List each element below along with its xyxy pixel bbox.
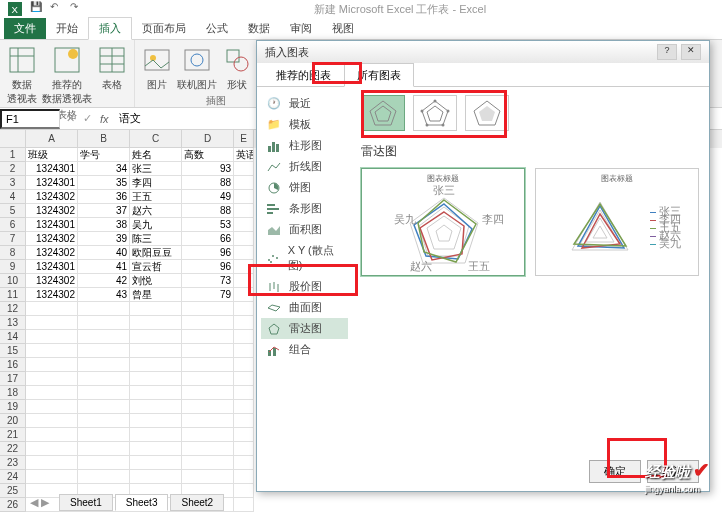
cell[interactable]: 1324302: [26, 288, 78, 302]
cell[interactable]: 39: [78, 232, 130, 246]
cell[interactable]: [182, 372, 234, 386]
cell[interactable]: [26, 456, 78, 470]
cell[interactable]: 学号: [78, 148, 130, 162]
cell[interactable]: 40: [78, 246, 130, 260]
cancel-icon[interactable]: ✕: [66, 112, 75, 125]
cell[interactable]: [234, 218, 254, 232]
cell[interactable]: [234, 288, 254, 302]
tab-review[interactable]: 审阅: [280, 18, 322, 39]
cell[interactable]: [130, 316, 182, 330]
cell[interactable]: 1324302: [26, 274, 78, 288]
cell[interactable]: [234, 176, 254, 190]
chart-type-combo[interactable]: 组合: [261, 339, 348, 360]
row-header[interactable]: 10: [0, 274, 26, 288]
cell[interactable]: [26, 316, 78, 330]
cell[interactable]: 李四: [130, 176, 182, 190]
subtype-radar-3[interactable]: [465, 95, 509, 131]
cell[interactable]: [78, 456, 130, 470]
cell[interactable]: [182, 442, 234, 456]
row-header[interactable]: 3: [0, 176, 26, 190]
cell[interactable]: 英语: [234, 148, 254, 162]
cell[interactable]: [130, 372, 182, 386]
row-header[interactable]: 8: [0, 246, 26, 260]
row-header[interactable]: 18: [0, 386, 26, 400]
dialog-tab-all[interactable]: 所有图表: [344, 63, 414, 87]
formula-input[interactable]: [117, 111, 217, 127]
cell[interactable]: 1324302: [26, 190, 78, 204]
row-header[interactable]: 19: [0, 400, 26, 414]
cell[interactable]: [234, 316, 254, 330]
cell[interactable]: [182, 414, 234, 428]
cell[interactable]: [26, 414, 78, 428]
row-header[interactable]: 26: [0, 498, 26, 512]
sheet-tab-3[interactable]: Sheet2: [170, 494, 224, 511]
cell[interactable]: 1324301: [26, 218, 78, 232]
cell[interactable]: [26, 428, 78, 442]
cell[interactable]: [234, 260, 254, 274]
cell[interactable]: [26, 386, 78, 400]
cell[interactable]: [78, 442, 130, 456]
cell[interactable]: 1324301: [26, 176, 78, 190]
undo-icon[interactable]: ↶: [50, 1, 66, 17]
tab-data[interactable]: 数据: [238, 18, 280, 39]
cell[interactable]: [26, 330, 78, 344]
cell[interactable]: 41: [78, 260, 130, 274]
cell[interactable]: 1324302: [26, 204, 78, 218]
cell[interactable]: [78, 428, 130, 442]
row-header[interactable]: 22: [0, 442, 26, 456]
cell[interactable]: [130, 344, 182, 358]
cell[interactable]: [234, 302, 254, 316]
cell[interactable]: 96: [182, 246, 234, 260]
row-header[interactable]: 16: [0, 358, 26, 372]
col-header-c[interactable]: C: [130, 130, 182, 148]
row-header[interactable]: 13: [0, 316, 26, 330]
cell[interactable]: 49: [182, 190, 234, 204]
cell[interactable]: [26, 442, 78, 456]
row-header[interactable]: 6: [0, 218, 26, 232]
picture-button[interactable]: 图片: [141, 44, 173, 92]
cell[interactable]: 宣云哲: [130, 260, 182, 274]
cell[interactable]: [130, 428, 182, 442]
sheet-tab-1[interactable]: Sheet1: [59, 494, 113, 511]
subtype-radar-1[interactable]: [361, 95, 405, 131]
pivot-table-button[interactable]: 数据 透视表: [6, 44, 38, 106]
cell[interactable]: 1324302: [26, 246, 78, 260]
chart-type-line[interactable]: 折线图: [261, 156, 348, 177]
select-all-corner[interactable]: [0, 130, 26, 148]
cell[interactable]: [234, 498, 254, 512]
dialog-help-icon[interactable]: ?: [657, 44, 677, 60]
col-header-e[interactable]: E: [234, 130, 254, 148]
confirm-icon[interactable]: ✓: [83, 112, 92, 125]
tab-view[interactable]: 视图: [322, 18, 364, 39]
row-header[interactable]: 1: [0, 148, 26, 162]
cell[interactable]: [182, 400, 234, 414]
col-header-d[interactable]: D: [182, 130, 234, 148]
cell[interactable]: 43: [78, 288, 130, 302]
cell[interactable]: [234, 484, 254, 498]
cell[interactable]: [234, 232, 254, 246]
chart-type-bar[interactable]: 条形图: [261, 198, 348, 219]
cell[interactable]: 欧阳豆豆: [130, 246, 182, 260]
row-header[interactable]: 15: [0, 344, 26, 358]
cell[interactable]: 高数: [182, 148, 234, 162]
dialog-tab-recommended[interactable]: 推荐的图表: [263, 63, 344, 86]
cell[interactable]: 1324302: [26, 232, 78, 246]
cell[interactable]: 88: [182, 176, 234, 190]
cell[interactable]: 93: [182, 162, 234, 176]
cell[interactable]: 张三: [130, 162, 182, 176]
tab-insert[interactable]: 插入: [88, 17, 132, 40]
online-picture-button[interactable]: 联机图片: [177, 44, 217, 92]
table-button[interactable]: 表格: [96, 44, 128, 92]
row-header[interactable]: 9: [0, 260, 26, 274]
cell[interactable]: [182, 316, 234, 330]
cell[interactable]: 班级: [26, 148, 78, 162]
row-header[interactable]: 11: [0, 288, 26, 302]
cell[interactable]: [78, 386, 130, 400]
cell[interactable]: [26, 470, 78, 484]
tab-layout[interactable]: 页面布局: [132, 18, 196, 39]
cell[interactable]: [234, 456, 254, 470]
cell[interactable]: [130, 302, 182, 316]
row-header[interactable]: 14: [0, 330, 26, 344]
chart-type-area[interactable]: 面积图: [261, 219, 348, 240]
cell[interactable]: [26, 302, 78, 316]
